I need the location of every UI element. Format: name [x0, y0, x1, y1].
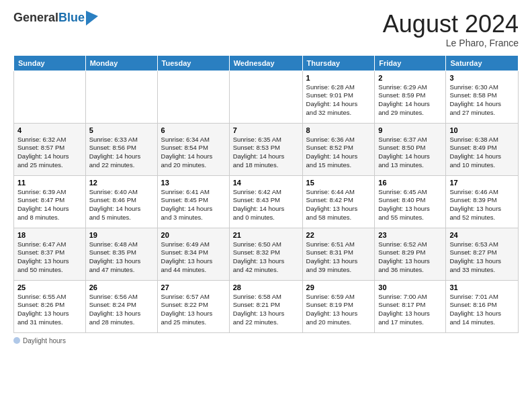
day-info: Sunrise: 6:48 AM Sunset: 8:35 PM Dayligh… — [89, 240, 154, 275]
calendar-week-row: 11Sunrise: 6:39 AM Sunset: 8:47 PM Dayli… — [14, 175, 519, 228]
col-monday: Monday — [85, 55, 157, 71]
table-row: 24Sunrise: 6:53 AM Sunset: 8:27 PM Dayli… — [446, 228, 519, 280]
logo-general: GeneralBlue — [13, 11, 85, 25]
calendar-week-row: 18Sunrise: 6:47 AM Sunset: 8:37 PM Dayli… — [14, 228, 519, 280]
table-row — [14, 71, 86, 123]
calendar-header-row: Sunday Monday Tuesday Wednesday Thursday… — [14, 55, 519, 71]
table-row: 18Sunrise: 6:47 AM Sunset: 8:37 PM Dayli… — [14, 228, 86, 280]
day-number: 27 — [161, 283, 226, 291]
day-info: Sunrise: 6:57 AM Sunset: 8:22 PM Dayligh… — [161, 293, 226, 327]
col-wednesday: Wednesday — [229, 55, 302, 71]
day-info: Sunrise: 6:35 AM Sunset: 8:53 PM Dayligh… — [233, 136, 299, 170]
day-number: 4 — [17, 126, 82, 134]
day-number: 29 — [306, 283, 371, 291]
table-row: 2Sunrise: 6:29 AM Sunset: 8:59 PM Daylig… — [375, 71, 446, 123]
day-number: 3 — [449, 74, 515, 82]
day-info: Sunrise: 6:36 AM Sunset: 8:52 PM Dayligh… — [306, 136, 371, 170]
day-info: Sunrise: 6:45 AM Sunset: 8:40 PM Dayligh… — [378, 188, 442, 222]
day-info: Sunrise: 6:42 AM Sunset: 8:43 PM Dayligh… — [233, 188, 299, 222]
table-row: 12Sunrise: 6:40 AM Sunset: 8:46 PM Dayli… — [85, 175, 157, 228]
table-row: 6Sunrise: 6:34 AM Sunset: 8:54 PM Daylig… — [157, 123, 229, 175]
table-row: 9Sunrise: 6:37 AM Sunset: 8:50 PM Daylig… — [375, 123, 446, 175]
table-row: 4Sunrise: 6:32 AM Sunset: 8:57 PM Daylig… — [14, 123, 86, 175]
table-row: 3Sunrise: 6:30 AM Sunset: 8:58 PM Daylig… — [446, 71, 519, 123]
day-number: 24 — [449, 231, 515, 239]
day-info: Sunrise: 6:37 AM Sunset: 8:50 PM Dayligh… — [378, 136, 442, 170]
calendar-week-row: 25Sunrise: 6:55 AM Sunset: 8:26 PM Dayli… — [14, 280, 519, 332]
logo: GeneralBlue — [13, 11, 98, 26]
day-number: 21 — [233, 231, 299, 239]
day-number: 5 — [89, 126, 154, 134]
day-number: 10 — [449, 126, 515, 134]
day-number: 16 — [378, 179, 442, 187]
day-info: Sunrise: 6:29 AM Sunset: 8:59 PM Dayligh… — [378, 83, 442, 118]
table-row: 21Sunrise: 6:50 AM Sunset: 8:32 PM Dayli… — [229, 228, 302, 280]
day-number: 22 — [306, 231, 371, 239]
table-row: 1Sunrise: 6:28 AM Sunset: 9:01 PM Daylig… — [302, 71, 375, 123]
day-number: 23 — [378, 231, 442, 239]
table-row: 15Sunrise: 6:44 AM Sunset: 8:42 PM Dayli… — [302, 175, 375, 228]
table-row: 11Sunrise: 6:39 AM Sunset: 8:47 PM Dayli… — [14, 175, 86, 228]
day-number: 8 — [306, 126, 371, 134]
col-thursday: Thursday — [302, 55, 375, 71]
table-row — [85, 71, 157, 123]
day-info: Sunrise: 6:50 AM Sunset: 8:32 PM Dayligh… — [233, 240, 299, 275]
logo-icon — [86, 11, 98, 26]
col-sunday: Sunday — [14, 55, 86, 71]
calendar-week-row: 4Sunrise: 6:32 AM Sunset: 8:57 PM Daylig… — [14, 123, 519, 175]
day-info: Sunrise: 6:59 AM Sunset: 8:19 PM Dayligh… — [306, 293, 371, 327]
table-row: 20Sunrise: 6:49 AM Sunset: 8:34 PM Dayli… — [157, 228, 229, 280]
day-info: Sunrise: 6:32 AM Sunset: 8:57 PM Dayligh… — [17, 136, 82, 170]
col-friday: Friday — [375, 55, 446, 71]
day-info: Sunrise: 6:28 AM Sunset: 9:01 PM Dayligh… — [306, 83, 371, 118]
day-info: Sunrise: 6:33 AM Sunset: 8:56 PM Dayligh… — [89, 136, 154, 170]
table-row: 16Sunrise: 6:45 AM Sunset: 8:40 PM Dayli… — [375, 175, 446, 228]
col-tuesday: Tuesday — [157, 55, 229, 71]
table-row: 5Sunrise: 6:33 AM Sunset: 8:56 PM Daylig… — [85, 123, 157, 175]
day-number: 20 — [161, 231, 226, 239]
day-number: 9 — [378, 126, 442, 134]
table-row: 14Sunrise: 6:42 AM Sunset: 8:43 PM Dayli… — [229, 175, 302, 228]
day-number: 19 — [89, 231, 154, 239]
svg-marker-0 — [86, 11, 98, 26]
day-number: 11 — [17, 179, 82, 187]
table-row: 25Sunrise: 6:55 AM Sunset: 8:26 PM Dayli… — [14, 280, 86, 332]
day-number: 30 — [378, 283, 442, 291]
day-number: 12 — [89, 179, 154, 187]
table-row: 31Sunrise: 7:01 AM Sunset: 8:16 PM Dayli… — [446, 280, 519, 332]
day-info: Sunrise: 7:00 AM Sunset: 8:17 PM Dayligh… — [378, 293, 442, 327]
day-info: Sunrise: 6:46 AM Sunset: 8:39 PM Dayligh… — [449, 188, 515, 222]
location: Le Pharo, France — [383, 38, 519, 48]
table-row: 26Sunrise: 6:56 AM Sunset: 8:24 PM Dayli… — [85, 280, 157, 332]
day-info: Sunrise: 6:53 AM Sunset: 8:27 PM Dayligh… — [449, 240, 515, 275]
day-info: Sunrise: 6:41 AM Sunset: 8:45 PM Dayligh… — [161, 188, 226, 222]
day-number: 18 — [17, 231, 82, 239]
table-row: 22Sunrise: 6:51 AM Sunset: 8:31 PM Dayli… — [302, 228, 375, 280]
table-row: 29Sunrise: 6:59 AM Sunset: 8:19 PM Dayli… — [302, 280, 375, 332]
day-number: 26 — [89, 283, 154, 291]
day-info: Sunrise: 6:34 AM Sunset: 8:54 PM Dayligh… — [161, 136, 226, 170]
table-row — [157, 71, 229, 123]
footer-label: Daylight hours — [23, 337, 66, 345]
day-info: Sunrise: 6:39 AM Sunset: 8:47 PM Dayligh… — [17, 188, 82, 222]
day-info: Sunrise: 6:30 AM Sunset: 8:58 PM Dayligh… — [449, 83, 515, 118]
day-info: Sunrise: 6:44 AM Sunset: 8:42 PM Dayligh… — [306, 188, 371, 222]
day-info: Sunrise: 6:51 AM Sunset: 8:31 PM Dayligh… — [306, 240, 371, 275]
table-row: 27Sunrise: 6:57 AM Sunset: 8:22 PM Dayli… — [157, 280, 229, 332]
calendar-week-row: 1Sunrise: 6:28 AM Sunset: 9:01 PM Daylig… — [14, 71, 519, 123]
header: GeneralBlue August 2024 Le Pharo, France — [13, 11, 519, 48]
page: GeneralBlue August 2024 Le Pharo, France… — [0, 0, 532, 351]
day-info: Sunrise: 6:56 AM Sunset: 8:24 PM Dayligh… — [89, 293, 154, 327]
day-number: 17 — [449, 179, 515, 187]
day-number: 2 — [378, 74, 442, 82]
table-row: 7Sunrise: 6:35 AM Sunset: 8:53 PM Daylig… — [229, 123, 302, 175]
table-row: 28Sunrise: 6:58 AM Sunset: 8:21 PM Dayli… — [229, 280, 302, 332]
table-row: 8Sunrise: 6:36 AM Sunset: 8:52 PM Daylig… — [302, 123, 375, 175]
day-info: Sunrise: 6:47 AM Sunset: 8:37 PM Dayligh… — [17, 240, 82, 275]
day-number: 1 — [306, 74, 371, 82]
table-row: 19Sunrise: 6:48 AM Sunset: 8:35 PM Dayli… — [85, 228, 157, 280]
table-row: 10Sunrise: 6:38 AM Sunset: 8:49 PM Dayli… — [446, 123, 519, 175]
day-info: Sunrise: 6:58 AM Sunset: 8:21 PM Dayligh… — [233, 293, 299, 327]
day-number: 14 — [233, 179, 299, 187]
title-block: August 2024 Le Pharo, France — [383, 11, 519, 48]
